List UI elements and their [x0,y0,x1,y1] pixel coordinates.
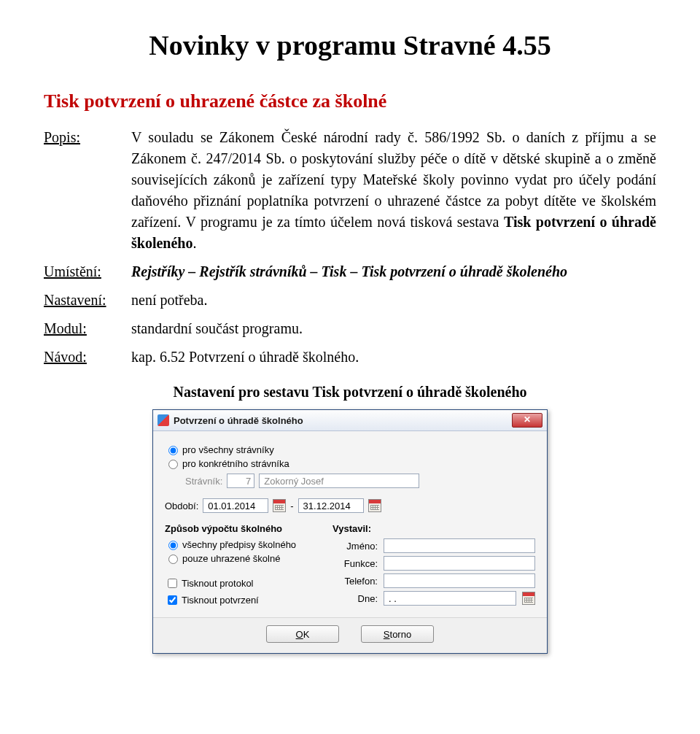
obdobi-row: Období: - [165,498,535,513]
right-column: Vystavil: Jméno: Funkce: Telefon: Dne: [332,523,535,610]
app-icon [158,414,169,426]
left-column: Způsob výpočtu školného všechny předpisy… [165,523,311,610]
label-navod: Návod: [44,347,131,368]
label-umisteni: Umístění: [44,261,131,282]
telefon-input[interactable] [384,573,535,588]
stravnik-number-input[interactable] [227,474,254,488]
dne-label: Dne: [332,593,378,604]
row-umisteni: Umístění: Rejstříky – Rejstřík strávníků… [44,261,656,282]
jmeno-input[interactable] [384,538,535,553]
stravnik-label: Strávník: [185,476,222,487]
section-heading: Tisk potvrzení o uhrazené částce za škol… [44,90,656,112]
dne-input[interactable] [384,591,516,606]
radio-all-predpisy-input[interactable] [168,541,178,550]
radio-paid-only-input[interactable] [168,555,178,564]
radio-paid-only-label: pouze uhrazené školné [182,553,280,564]
jmeno-label: Jméno: [332,541,378,552]
check-protokol-label: Tisknout protokol [182,578,254,589]
date-from-input[interactable] [203,498,268,513]
radio-one-stravnik[interactable]: pro konkrétního strávníka [165,457,535,469]
date-to-input[interactable] [298,498,364,513]
date-separator: - [290,501,293,511]
ok-underline: O [296,629,303,640]
storno-button[interactable]: Storno [361,625,434,643]
label-modul: Modul: [44,318,131,339]
check-protokol-input[interactable] [168,579,177,588]
value-modul: standardní součást programu. [131,318,656,339]
stravnik-name-input[interactable] [259,474,419,488]
button-bar: OK Storno [153,617,547,653]
vystavil-heading: Vystavil: [332,523,535,534]
ok-button[interactable]: OK [266,625,339,643]
page-title: Novinky v programu Stravné 4.55 [44,29,656,61]
row-popis: Popis: V souladu se Zákonem České národn… [44,127,656,254]
value-nastaveni: není potřeba. [131,290,656,311]
dialog-titlebar: Potvrzení o úhradě školného ✕ [153,410,547,431]
radio-all-predpisy-label: všechny předpisy školného [182,539,296,550]
funkce-label: Funkce: [332,558,378,569]
funkce-input[interactable] [384,556,535,571]
calc-heading: Způsob výpočtu školného [165,523,311,534]
calendar-icon[interactable] [273,499,286,512]
radio-all-predpisy[interactable]: všechny předpisy školného [165,538,311,550]
radio-all-label: pro všechny strávníky [182,444,274,455]
value-umisteni: Rejstříky – Rejstřík strávníků – Tisk – … [131,261,656,282]
radio-one-label: pro konkrétního strávníka [182,458,289,469]
radio-one-input[interactable] [168,460,178,469]
row-modul: Modul: standardní součást programu. [44,318,656,339]
radio-all-input[interactable] [168,446,178,455]
radio-all-stravniky[interactable]: pro všechny strávníky [165,444,535,455]
popis-text-after: . [192,235,196,251]
field-telefon: Telefon: [332,573,535,588]
dialog-title: Potvrzení o úhradě školného [174,415,512,426]
calendar-icon[interactable] [522,592,535,605]
ok-rest: K [303,629,310,640]
stravnik-row: Strávník: [185,474,535,488]
field-jmeno: Jméno: [332,538,535,553]
row-navod: Návod: kap. 6.52 Potvrzení o úhradě škol… [44,347,656,368]
dialog-window: Potvrzení o úhradě školného ✕ pro všechn… [152,409,548,654]
calendar-icon[interactable] [368,499,381,512]
value-navod: kap. 6.52 Potvrzení o úhradě školného. [131,347,656,368]
close-icon[interactable]: ✕ [512,413,542,428]
value-popis: V souladu se Zákonem České národní rady … [131,127,656,254]
obdobi-label: Období: [165,501,198,511]
check-protokol[interactable]: Tisknout protokol [165,576,311,590]
check-potvrzeni-label: Tisknout potvrzení [182,595,259,606]
storno-rest: torno [390,629,412,640]
field-funkce: Funkce: [332,556,535,571]
check-potvrzeni-input[interactable] [168,595,177,605]
field-dne: Dne: [332,591,535,606]
label-nastaveni: Nastavení: [44,290,131,311]
dialog-body: pro všechny strávníky pro konkrétního st… [153,431,547,617]
radio-paid-only[interactable]: pouze uhrazené školné [165,552,311,564]
telefon-label: Telefon: [332,576,378,587]
label-popis: Popis: [44,127,131,254]
storno-underline: S [384,629,390,640]
picture-caption: Nastavení pro sestavu Tisk potvrzení o ú… [44,384,656,401]
row-nastaveni: Nastavení: není potřeba. [44,290,656,311]
check-potvrzeni[interactable]: Tisknout potvrzení [165,593,311,607]
two-column-area: Způsob výpočtu školného všechny předpisy… [165,523,535,610]
